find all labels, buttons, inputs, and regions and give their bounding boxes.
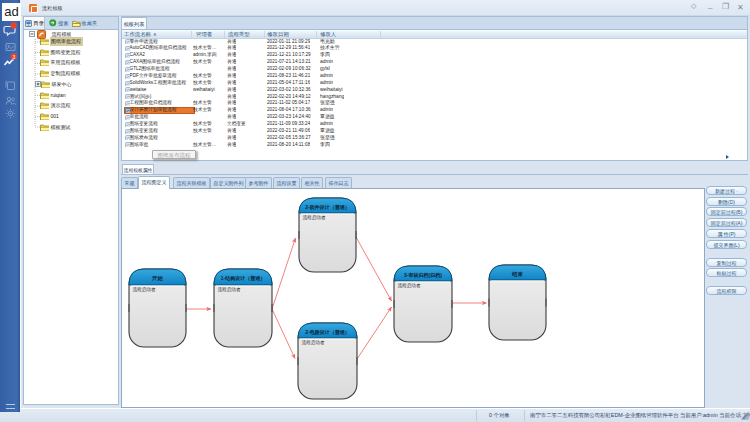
svg-text:2-软件设计（普通）: 2-软件设计（普通） (305, 204, 349, 211)
svg-text:1-结构设计（普通）: 1-结构设计（普通） (221, 275, 265, 282)
svg-text:2-电路设计（普通）: 2-电路设计（普通） (305, 329, 349, 336)
svg-text:开始: 开始 (151, 275, 163, 282)
svg-text:3: 3 (12, 54, 15, 60)
svg-text:3-审核归档(归档): 3-审核归档(归档) (404, 272, 442, 279)
svg-text:结束: 结束 (511, 271, 523, 278)
